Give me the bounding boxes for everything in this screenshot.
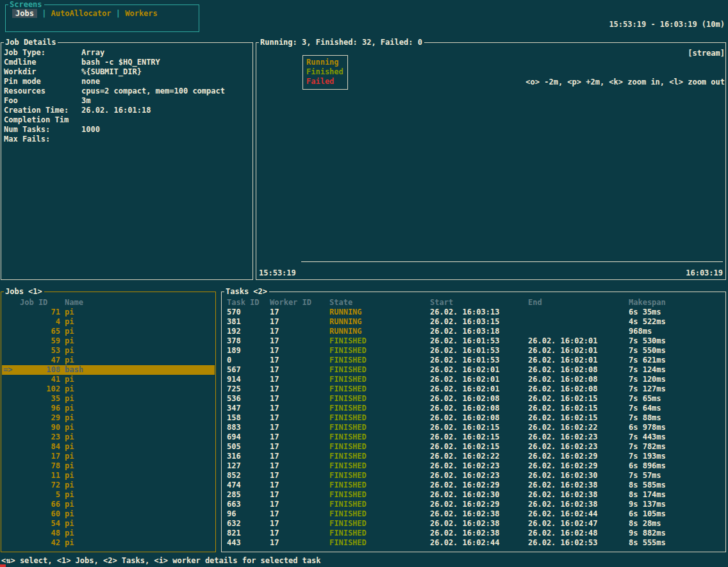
task-start: 26.02. 16:02:38: [430, 509, 528, 519]
task-row[interactable]: 44317FINISHED26.02. 16:02:4426.02. 16:02…: [222, 538, 725, 548]
task-task-id: 883: [227, 423, 270, 432]
tab-jobs[interactable]: Jobs: [12, 9, 37, 18]
task-makespan: 8s 585ms: [629, 481, 725, 490]
job-id: 11: [15, 471, 60, 481]
task-worker-id: 17: [270, 519, 329, 529]
task-state: RUNNING: [329, 308, 430, 317]
task-worker-id: 17: [270, 308, 329, 317]
task-row[interactable]: 72517FINISHED26.02. 16:02:0126.02. 16:02…: [222, 384, 725, 394]
job-detail-row: Max Fails:: [4, 135, 251, 144]
task-row[interactable]: 19217RUNNING26.02. 16:03:18968ms: [222, 327, 725, 336]
task-row[interactable]: 85217FINISHED26.02. 16:02:2326.02. 16:02…: [222, 471, 725, 481]
task-worker-id: 17: [270, 481, 329, 490]
task-row[interactable]: 017FINISHED26.02. 16:01:5326.02. 16:02:0…: [222, 356, 725, 365]
job-row[interactable]: 71pi: [2, 308, 215, 317]
task-row[interactable]: 53617FINISHED26.02. 16:02:0826.02. 16:02…: [222, 394, 725, 404]
job-row[interactable]: 72pi: [2, 481, 215, 490]
job-row[interactable]: 66pi: [2, 500, 215, 509]
task-row[interactable]: 37817FINISHED26.02. 16:01:5326.02. 16:02…: [222, 336, 725, 346]
task-makespan: 8s 28ms: [629, 519, 725, 529]
job-detail-label: Cmdline: [4, 58, 81, 67]
job-detail-label: Max Fails:: [4, 135, 81, 144]
task-row[interactable]: 63217FINISHED26.02. 16:02:3826.02. 16:02…: [222, 519, 725, 529]
task-start: 26.02. 16:02:08: [430, 404, 528, 413]
task-row[interactable]: 69417FINISHED26.02. 16:02:1526.02. 16:02…: [222, 432, 725, 442]
task-row[interactable]: 50517FINISHED26.02. 16:02:1526.02. 16:02…: [222, 442, 725, 452]
time-range-label: 15:53:19 - 16:03:19 (10m): [525, 20, 725, 29]
job-id: 71: [15, 308, 60, 317]
job-row[interactable]: 48pi: [2, 529, 215, 538]
job-row[interactable]: 90pi: [2, 423, 215, 432]
task-task-id: 381: [227, 317, 270, 327]
job-name: pi: [65, 500, 74, 509]
job-row[interactable]: 4pi: [2, 317, 215, 327]
job-row[interactable]: 102pi: [2, 384, 215, 394]
task-state: FINISHED: [329, 404, 430, 413]
selected-marker: [2, 404, 15, 413]
job-name: pi: [65, 336, 74, 346]
job-id: 72: [15, 481, 60, 490]
job-detail-label: Resources: [4, 86, 81, 96]
tab-autoallocator[interactable]: AutoAllocator: [51, 9, 112, 18]
task-row[interactable]: 38117RUNNING26.02. 16:03:154s 522ms: [222, 317, 725, 327]
job-row[interactable]: 96pi: [2, 404, 215, 413]
job-row[interactable]: 78pi: [2, 461, 215, 471]
task-row[interactable]: 91417FINISHED26.02. 16:02:0126.02. 16:02…: [222, 375, 725, 384]
task-row[interactable]: 31617FINISHED26.02. 16:02:2226.02. 16:02…: [222, 452, 725, 461]
task-makespan: 968ms: [629, 327, 725, 336]
job-row[interactable]: 84pi: [2, 442, 215, 452]
tab-workers[interactable]: Workers: [125, 9, 158, 18]
task-row[interactable]: 28517FINISHED26.02. 16:02:3026.02. 16:02…: [222, 490, 725, 500]
job-row[interactable]: 35pi: [2, 394, 215, 404]
task-row[interactable]: 47417FINISHED26.02. 16:02:2926.02. 16:02…: [222, 481, 725, 490]
task-task-id: 285: [227, 490, 270, 500]
job-id: 84: [15, 442, 60, 452]
task-row[interactable]: 9617FINISHED26.02. 16:02:3826.02. 16:02:…: [222, 509, 725, 519]
job-row[interactable]: 65pi: [2, 327, 215, 336]
task-state: FINISHED: [329, 538, 430, 548]
job-row[interactable]: =>108bash: [2, 365, 215, 375]
job-row[interactable]: 47pi: [2, 356, 215, 365]
job-row[interactable]: 59pi: [2, 336, 215, 346]
task-row[interactable]: 56717FINISHED26.02. 16:02:0126.02. 16:02…: [222, 365, 725, 375]
task-row[interactable]: 34717FINISHED26.02. 16:02:0826.02. 16:02…: [222, 404, 725, 413]
job-name: pi: [65, 432, 74, 442]
task-makespan: 7s 782ms: [629, 442, 725, 452]
task-row[interactable]: 66317FINISHED26.02. 16:02:2926.02. 16:02…: [222, 500, 725, 509]
task-start: 26.02. 16:03:13: [430, 308, 528, 317]
job-row[interactable]: 5pi: [2, 490, 215, 500]
selected-marker: [2, 423, 15, 432]
task-state: FINISHED: [329, 413, 430, 423]
task-row[interactable]: 88317FINISHED26.02. 16:02:1526.02. 16:02…: [222, 423, 725, 432]
job-name: pi: [65, 356, 74, 365]
job-detail-value: Array: [81, 48, 104, 58]
task-row[interactable]: 15817FINISHED26.02. 16:02:0826.02. 16:02…: [222, 413, 725, 423]
selected-marker: [2, 500, 15, 509]
jobs-col-header-id: Job ID: [20, 298, 47, 308]
job-id: 47: [15, 356, 60, 365]
job-row[interactable]: 41pi: [2, 375, 215, 384]
task-state: FINISHED: [329, 519, 430, 529]
job-row[interactable]: 11pi: [2, 471, 215, 481]
task-worker-id: 17: [270, 490, 329, 500]
task-row[interactable]: 57017RUNNING26.02. 16:03:136s 35ms: [222, 308, 725, 317]
task-row[interactable]: 18917FINISHED26.02. 16:01:5326.02. 16:02…: [222, 346, 725, 356]
job-row[interactable]: 17pi: [2, 452, 215, 461]
task-end: 26.02. 16:02:15: [528, 404, 629, 413]
task-state: FINISHED: [329, 452, 430, 461]
task-task-id: 694: [227, 432, 270, 442]
job-id: 66: [15, 500, 60, 509]
job-row[interactable]: 54pi: [2, 519, 215, 529]
job-row[interactable]: 53pi: [2, 346, 215, 356]
job-row[interactable]: 42pi: [2, 538, 215, 548]
task-start: 26.02. 16:02:23: [430, 471, 528, 481]
task-row[interactable]: 12717FINISHED26.02. 16:02:2326.02. 16:02…: [222, 461, 725, 471]
task-makespan: 6s 896ms: [629, 461, 725, 471]
job-row[interactable]: 60pi: [2, 509, 215, 519]
task-row[interactable]: 82117FINISHED26.02. 16:02:3826.02. 16:02…: [222, 529, 725, 538]
task-end: 26.02. 16:02:15: [528, 413, 629, 423]
job-row[interactable]: 23pi: [2, 432, 215, 442]
task-makespan: 6s 35ms: [629, 308, 725, 317]
job-row[interactable]: 29pi: [2, 413, 215, 423]
task-end: 26.02. 16:02:53: [528, 538, 629, 548]
